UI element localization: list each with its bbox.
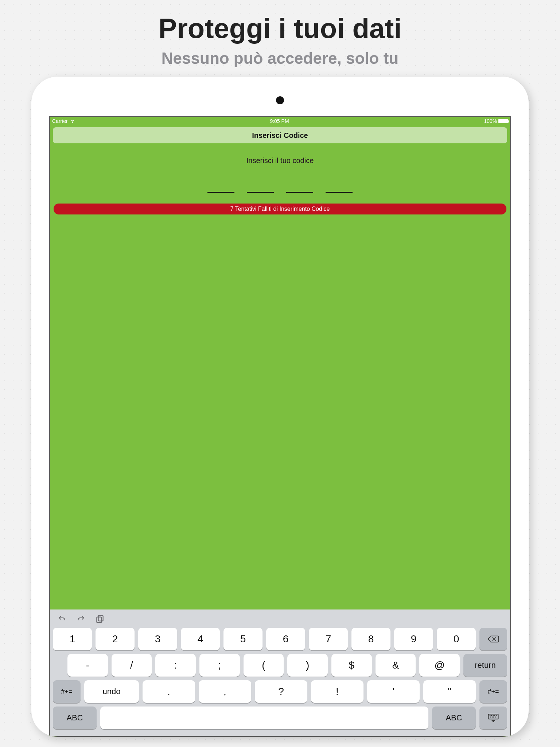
status-bar: Carrier 9:05 PM 100%	[50, 117, 510, 125]
battery-icon	[498, 119, 508, 123]
key-backspace[interactable]	[479, 628, 507, 650]
key-sym[interactable]: :	[155, 654, 196, 677]
keyboard: 1234567890 -/:;()$&@return #+=undo.,?!'"…	[50, 609, 510, 736]
screen: Carrier 9:05 PM 100% Inserisci Codice In…	[49, 116, 511, 737]
key-4[interactable]: 4	[181, 628, 220, 650]
svg-rect-4	[491, 715, 492, 716]
tablet-device-frame: Carrier 9:05 PM 100% Inserisci Codice In…	[31, 77, 529, 737]
svg-rect-0	[98, 615, 103, 621]
keyboard-dismiss-icon	[487, 713, 499, 723]
undo-icon[interactable]	[57, 614, 67, 623]
key-sym[interactable]: $	[331, 654, 372, 677]
key-shift-left[interactable]: #+=	[53, 680, 81, 703]
key-punct[interactable]: ?	[255, 680, 307, 703]
key-1[interactable]: 1	[53, 628, 92, 650]
passcode-digit-4[interactable]	[326, 192, 353, 193]
key-6[interactable]: 6	[266, 628, 305, 650]
key-dismiss-keyboard[interactable]	[479, 707, 507, 729]
key-sym[interactable]: (	[244, 654, 284, 677]
wifi-icon	[70, 118, 75, 124]
key-sym[interactable]: &	[376, 654, 416, 677]
screen-title: Inserisci Codice	[53, 127, 507, 143]
key-sym[interactable]: ;	[199, 654, 240, 677]
svg-rect-1	[97, 617, 101, 623]
key-abc-right[interactable]: ABC	[432, 707, 476, 729]
svg-rect-10	[493, 717, 494, 718]
key-sym[interactable]: -	[67, 654, 108, 677]
key-sym[interactable]: @	[419, 654, 460, 677]
battery-pct: 100%	[484, 118, 497, 124]
wallpaper	[50, 227, 510, 460]
key-abc-left[interactable]: ABC	[53, 707, 97, 729]
key-sym[interactable]: )	[287, 654, 328, 677]
key-3[interactable]: 3	[138, 628, 177, 650]
key-return[interactable]: return	[463, 654, 507, 677]
key-5[interactable]: 5	[223, 628, 262, 650]
key-punct[interactable]: !	[311, 680, 363, 703]
clipboard-icon[interactable]	[95, 614, 105, 623]
clock: 9:05 PM	[270, 118, 289, 124]
key-space[interactable]	[100, 707, 428, 729]
passcode-prompt: Inserisci il tuo codice	[50, 156, 510, 165]
svg-rect-3	[490, 715, 491, 716]
passcode-digit-3[interactable]	[286, 192, 313, 193]
backspace-icon	[487, 634, 499, 644]
svg-rect-7	[496, 715, 497, 716]
marketing-subhead: Nessuno può accedere, solo tu	[0, 49, 560, 67]
svg-rect-6	[494, 715, 495, 716]
passcode-digit-1[interactable]	[207, 192, 234, 193]
front-camera	[276, 96, 284, 104]
key-sym[interactable]: /	[112, 654, 152, 677]
key-8[interactable]: 8	[351, 628, 390, 650]
svg-rect-5	[493, 715, 494, 716]
svg-rect-8	[490, 717, 491, 718]
key-undo[interactable]: undo	[84, 680, 139, 703]
marketing-headline: Proteggi i tuoi dati	[0, 12, 560, 44]
failed-attempts-alert: 7 Tentativi Falliti di Inserimento Codic…	[54, 204, 506, 214]
key-9[interactable]: 9	[394, 628, 433, 650]
keyboard-toolbar	[50, 609, 510, 628]
key-punct[interactable]: '	[367, 680, 420, 703]
key-punct[interactable]: .	[143, 680, 195, 703]
carrier-label: Carrier	[52, 118, 68, 124]
key-7[interactable]: 7	[309, 628, 348, 650]
key-punct[interactable]: ,	[199, 680, 251, 703]
key-shift-right[interactable]: #+=	[479, 680, 507, 703]
key-0[interactable]: 0	[437, 628, 476, 650]
key-punct[interactable]: "	[423, 680, 476, 703]
svg-rect-9	[492, 717, 493, 718]
passcode-input[interactable]	[50, 192, 510, 193]
svg-rect-11	[495, 717, 496, 718]
key-2[interactable]: 2	[96, 628, 135, 650]
passcode-digit-2[interactable]	[247, 192, 274, 193]
redo-icon[interactable]	[76, 614, 86, 623]
